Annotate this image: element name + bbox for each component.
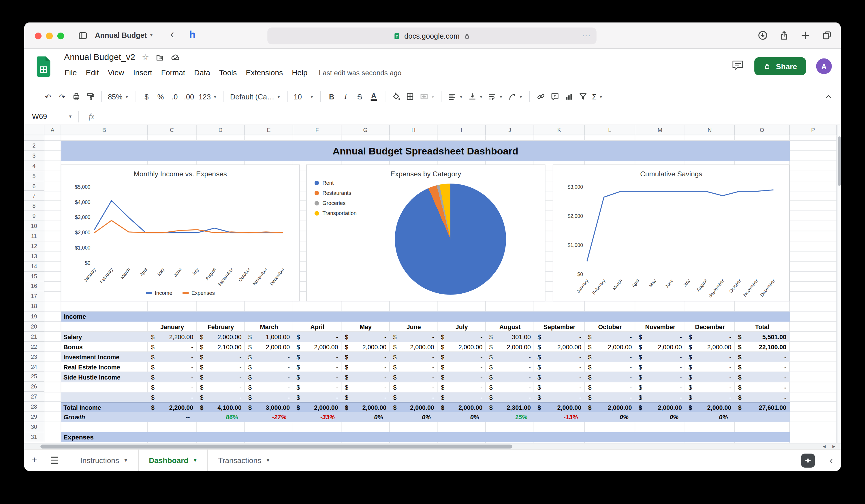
row-header-6[interactable]: 6 xyxy=(24,181,44,191)
column-header-B[interactable]: B xyxy=(61,125,148,135)
table-cell[interactable]: $2,000.00 xyxy=(390,402,438,412)
table-cell[interactable]: $- xyxy=(342,362,390,372)
table-cell[interactable]: $- xyxy=(585,372,635,382)
tab-group-title[interactable]: Annual Budget ▾ xyxy=(95,31,152,39)
row-label[interactable] xyxy=(61,382,148,392)
row-header-27[interactable]: 27 xyxy=(24,392,44,402)
row-label[interactable] xyxy=(61,392,148,402)
table-cell[interactable]: $- xyxy=(685,362,735,372)
tab-overview-icon[interactable] xyxy=(822,30,832,40)
table-cell[interactable]: $2,000.00 xyxy=(534,342,585,352)
column-header-J[interactable]: J xyxy=(486,125,534,135)
merge-cells-button[interactable]: ▼ xyxy=(417,89,437,104)
table-cell[interactable]: $- xyxy=(437,372,486,382)
column-header-E[interactable]: E xyxy=(245,125,293,135)
table-cell[interactable]: $- xyxy=(293,362,342,372)
row-header-24[interactable]: 24 xyxy=(24,362,44,372)
row-header-23[interactable]: 23 xyxy=(24,352,44,362)
table-cell[interactable]: 0% xyxy=(685,412,735,422)
table-cell[interactable]: $- xyxy=(735,392,790,402)
menu-view[interactable]: View xyxy=(103,67,129,79)
select-all-corner[interactable] xyxy=(24,125,44,135)
insert-link-button[interactable] xyxy=(534,89,548,104)
table-cell[interactable]: $- xyxy=(293,392,342,402)
table-cell[interactable]: $- xyxy=(735,362,790,372)
month-header-april[interactable]: April xyxy=(293,322,342,332)
table-cell[interactable]: 0% xyxy=(390,412,438,422)
table-cell[interactable]: $2,000.00 xyxy=(390,342,438,352)
month-header-june[interactable]: June xyxy=(390,322,438,332)
cloud-saved-icon[interactable] xyxy=(171,53,180,62)
paint-format-button[interactable] xyxy=(83,89,97,104)
row-header-7[interactable]: 7 xyxy=(24,191,44,201)
vertical-scrollbar-thumb[interactable] xyxy=(838,136,841,186)
row-header-8[interactable]: 8 xyxy=(24,201,44,211)
table-cell[interactable]: $- xyxy=(635,362,685,372)
sheet-tab-menu-icon[interactable]: ▼ xyxy=(124,458,128,463)
table-cell[interactable]: $2,000.00 xyxy=(293,402,342,412)
table-cell[interactable]: $- xyxy=(245,392,293,402)
row-header-20[interactable]: 20 xyxy=(24,321,44,332)
table-cell[interactable]: $- xyxy=(685,372,735,382)
table-cell[interactable]: $- xyxy=(486,362,534,372)
sheet-tab-transactions[interactable]: Transactions▼ xyxy=(208,449,280,471)
table-cell[interactable]: $- xyxy=(245,352,293,362)
strikethrough-button[interactable]: S xyxy=(353,89,367,104)
row-header-4[interactable]: 4 xyxy=(24,161,44,171)
row-header-18[interactable]: 18 xyxy=(24,302,44,312)
table-cell[interactable]: $2,000.00 xyxy=(534,402,585,412)
menu-file[interactable]: File xyxy=(60,67,81,79)
row-header-11[interactable]: 11 xyxy=(24,231,44,242)
table-cell[interactable]: $- xyxy=(245,362,293,372)
table-cell[interactable]: $- xyxy=(635,332,685,342)
undo-button[interactable]: ↶ xyxy=(41,89,55,104)
table-cell[interactable]: $2,000.00 xyxy=(293,342,342,352)
row-header-5[interactable]: 5 xyxy=(24,171,44,181)
name-box[interactable]: W69 ▼ xyxy=(24,113,78,121)
sheet-tab-dashboard[interactable]: Dashboard▼ xyxy=(138,449,208,471)
star-icon[interactable]: ☆ xyxy=(142,53,149,62)
table-cell[interactable]: $2,200.00 xyxy=(148,402,196,412)
table-cell[interactable]: $- xyxy=(735,372,790,382)
table-cell[interactable]: $- xyxy=(342,332,390,342)
row-header-14[interactable]: 14 xyxy=(24,261,44,271)
chart-expenses-by-category[interactable]: Expenses by Category RentRestaurantsGroc… xyxy=(306,165,545,302)
italic-button[interactable]: I xyxy=(338,89,353,104)
table-cell[interactable]: $- xyxy=(585,332,635,342)
month-header-july[interactable]: July xyxy=(437,322,486,332)
row-header-12[interactable]: 12 xyxy=(24,241,44,251)
row-header-19[interactable]: 19 xyxy=(24,312,44,321)
table-cell[interactable]: $- xyxy=(148,382,196,392)
row-header-28[interactable]: 28 xyxy=(24,402,44,412)
all-sheets-button[interactable]: ☰ xyxy=(44,455,65,466)
column-header-L[interactable]: L xyxy=(585,125,635,135)
format-currency-button[interactable]: $ xyxy=(140,89,154,104)
table-cell[interactable]: $- xyxy=(148,362,196,372)
scroll-left-arrow[interactable]: ◂ xyxy=(823,443,826,449)
table-cell[interactable]: $- xyxy=(390,382,438,392)
table-cell[interactable]: $- xyxy=(735,382,790,392)
horizontal-align-button[interactable]: ▼ xyxy=(446,89,465,104)
horizontal-scrollbar[interactable]: ◂ ▸ xyxy=(24,443,841,449)
table-cell[interactable]: $- xyxy=(635,372,685,382)
menu-insert[interactable]: Insert xyxy=(129,67,157,79)
table-cell[interactable]: $- xyxy=(486,372,534,382)
table-cell[interactable]: $- xyxy=(390,352,438,362)
column-header-M[interactable]: M xyxy=(635,125,685,135)
table-cell[interactable]: $- xyxy=(390,362,438,372)
row-label[interactable]: Investment Income xyxy=(61,352,148,362)
new-tab-icon[interactable] xyxy=(800,30,810,40)
table-cell[interactable]: $1,000.00 xyxy=(245,332,293,342)
chart-income-vs-expenses[interactable]: $0$1,000$2,000$3,000$4,000$5,000JanuaryF… xyxy=(60,165,300,302)
month-header-february[interactable]: February xyxy=(197,322,245,332)
table-cell[interactable]: $- xyxy=(437,392,486,402)
row-header-29[interactable]: 29 xyxy=(24,412,44,422)
sheets-logo[interactable] xyxy=(36,56,51,79)
table-cell[interactable]: $- xyxy=(585,362,635,372)
table-cell[interactable]: $2,200.00 xyxy=(148,332,196,342)
table-cell[interactable]: 0% xyxy=(585,412,635,422)
move-folder-icon[interactable] xyxy=(156,53,164,61)
table-cell[interactable]: $- xyxy=(635,382,685,392)
table-cell[interactable]: $- xyxy=(735,352,790,362)
explore-button[interactable] xyxy=(801,454,815,468)
